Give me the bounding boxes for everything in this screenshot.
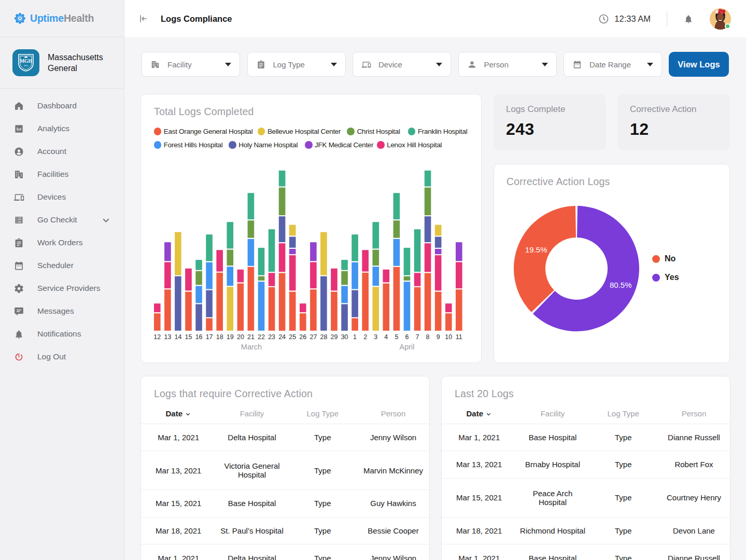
svg-text:17: 17: [206, 333, 213, 341]
svg-text:April: April: [399, 343, 414, 351]
svg-text:2: 2: [363, 333, 367, 341]
svg-text:12: 12: [153, 333, 161, 341]
svg-text:11: 11: [456, 333, 462, 341]
svg-text:3: 3: [374, 333, 377, 341]
svg-text:16: 16: [195, 333, 203, 341]
svg-text:14: 14: [174, 333, 181, 341]
svg-text:6: 6: [405, 333, 409, 341]
svg-text:9: 9: [437, 333, 440, 341]
svg-text:1: 1: [353, 333, 357, 341]
svg-text:4: 4: [384, 333, 388, 341]
svg-text:8: 8: [426, 333, 430, 341]
svg-text:March: March: [241, 343, 262, 351]
svg-text:26: 26: [299, 333, 306, 341]
svg-text:18: 18: [216, 333, 223, 341]
svg-text:5: 5: [395, 333, 398, 341]
svg-text:30: 30: [341, 333, 348, 341]
svg-text:MGH: MGH: [20, 59, 32, 64]
svg-text:1811: 1811: [24, 64, 29, 67]
svg-text:80.5%: 80.5%: [610, 281, 632, 289]
svg-text:24: 24: [278, 333, 286, 341]
svg-text:19.5%: 19.5%: [525, 245, 547, 254]
svg-text:29: 29: [331, 333, 338, 341]
svg-text:22: 22: [258, 333, 265, 341]
svg-text:21: 21: [247, 333, 255, 341]
svg-text:27: 27: [309, 333, 317, 341]
svg-text:28: 28: [320, 333, 327, 341]
svg-text:23: 23: [268, 333, 275, 341]
svg-text:15: 15: [185, 333, 192, 341]
svg-text:19: 19: [227, 333, 234, 341]
svg-text:13: 13: [164, 333, 171, 341]
svg-text:7: 7: [416, 333, 419, 341]
svg-text:25: 25: [289, 333, 296, 341]
svg-text:20: 20: [237, 333, 244, 341]
svg-text:10: 10: [445, 333, 452, 341]
